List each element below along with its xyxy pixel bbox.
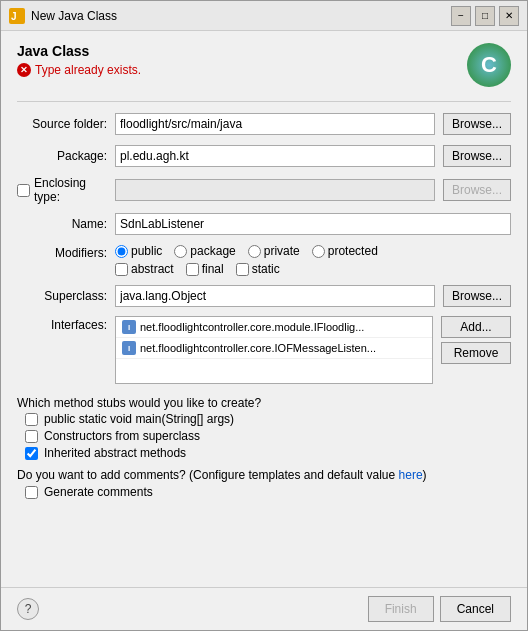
- interface-item-text: net.floodlightcontroller.core.module.IFl…: [140, 321, 364, 333]
- package-label: Package:: [17, 149, 107, 163]
- stub-inherited-label: Inherited abstract methods: [44, 446, 186, 460]
- comments-question-text: Do you want to add comments? (Configure …: [17, 468, 399, 482]
- title-bar-left: J New Java Class: [9, 8, 117, 24]
- title-controls: − □ ✕: [451, 6, 519, 26]
- minimize-button[interactable]: −: [451, 6, 471, 26]
- name-input[interactable]: [115, 213, 511, 235]
- modifier-package[interactable]: package: [174, 244, 235, 258]
- modifier-public[interactable]: public: [115, 244, 162, 258]
- modifiers-row: Modifiers: public package private: [17, 244, 511, 276]
- modifiers-label: Modifiers:: [17, 244, 107, 260]
- superclass-label: Superclass:: [17, 289, 107, 303]
- modifier-checkbox-group: abstract final static: [115, 262, 378, 276]
- modifier-final[interactable]: final: [186, 262, 224, 276]
- remove-interface-button[interactable]: Remove: [441, 342, 511, 364]
- comments-question: Do you want to add comments? (Configure …: [17, 468, 511, 482]
- footer-buttons: Finish Cancel: [368, 596, 511, 622]
- source-folder-input[interactable]: [115, 113, 435, 135]
- source-folder-browse-button[interactable]: Browse...: [443, 113, 511, 135]
- svg-text:J: J: [11, 11, 17, 22]
- package-row: Package: Browse...: [17, 144, 511, 168]
- interface-item-text: net.floodlightcontroller.core.IOFMessage…: [140, 342, 376, 354]
- error-row: ✕ Type already exists.: [17, 63, 141, 77]
- header-title: Java Class: [17, 43, 141, 59]
- modifier-abstract[interactable]: abstract: [115, 262, 174, 276]
- dialog-content: Java Class ✕ Type already exists. C Sour…: [1, 31, 527, 587]
- stub-options: public static void main(String[] args) C…: [25, 412, 511, 460]
- new-java-class-dialog: J New Java Class − □ ✕ Java Class ✕ Type…: [0, 0, 528, 631]
- superclass-row: Superclass: Browse...: [17, 284, 511, 308]
- enclosing-type-input[interactable]: [115, 179, 435, 201]
- list-item[interactable]: I net.floodlightcontroller.core.module.I…: [116, 317, 432, 338]
- footer-left: ?: [17, 598, 39, 620]
- header-left: Java Class ✕ Type already exists.: [17, 43, 141, 77]
- stub-inherited[interactable]: Inherited abstract methods: [25, 446, 511, 460]
- stub-constructors-label: Constructors from superclass: [44, 429, 200, 443]
- eclipse-logo: C: [467, 43, 511, 87]
- interfaces-buttons: Add... Remove: [441, 316, 511, 364]
- generate-comments-label: Generate comments: [44, 485, 153, 499]
- close-button[interactable]: ✕: [499, 6, 519, 26]
- stub-constructors[interactable]: Constructors from superclass: [25, 429, 511, 443]
- interfaces-label: Interfaces:: [17, 316, 107, 332]
- superclass-browse-button[interactable]: Browse...: [443, 285, 511, 307]
- modifier-static[interactable]: static: [236, 262, 280, 276]
- modifier-radio-group: public package private protected: [115, 244, 378, 258]
- error-icon: ✕: [17, 63, 31, 77]
- header-section: Java Class ✕ Type already exists. C: [17, 43, 511, 87]
- comments-here-link[interactable]: here: [399, 468, 423, 482]
- enclosing-type-checkbox[interactable]: [17, 184, 30, 197]
- interfaces-section: Interfaces: I net.floodlightcontroller.c…: [17, 316, 511, 384]
- method-stubs-section: Which method stubs would you like to cre…: [17, 392, 511, 460]
- interface-icon: I: [122, 341, 136, 355]
- comments-section: Do you want to add comments? (Configure …: [17, 468, 511, 499]
- dialog-title: New Java Class: [31, 9, 117, 23]
- modifiers-section: public package private protected: [115, 244, 378, 276]
- stub-main[interactable]: public static void main(String[] args): [25, 412, 511, 426]
- title-bar: J New Java Class − □ ✕: [1, 1, 527, 31]
- method-stubs-question: Which method stubs would you like to cre…: [17, 396, 511, 410]
- stub-main-label: public static void main(String[] args): [44, 412, 234, 426]
- enclosing-type-label: Enclosing type:: [34, 176, 107, 204]
- dialog-footer: ? Finish Cancel: [1, 587, 527, 630]
- list-item[interactable]: I net.floodlightcontroller.core.IOFMessa…: [116, 338, 432, 359]
- package-input[interactable]: [115, 145, 435, 167]
- cancel-button[interactable]: Cancel: [440, 596, 511, 622]
- header-divider: [17, 101, 511, 102]
- superclass-input[interactable]: [115, 285, 435, 307]
- generate-comments[interactable]: Generate comments: [25, 485, 511, 499]
- enclosing-type-browse-button[interactable]: Browse...: [443, 179, 511, 201]
- package-browse-button[interactable]: Browse...: [443, 145, 511, 167]
- source-folder-row: Source folder: Browse...: [17, 112, 511, 136]
- name-row: Name:: [17, 212, 511, 236]
- error-text: Type already exists.: [35, 63, 141, 77]
- finish-button[interactable]: Finish: [368, 596, 434, 622]
- interface-icon: I: [122, 320, 136, 334]
- maximize-button[interactable]: □: [475, 6, 495, 26]
- help-button[interactable]: ?: [17, 598, 39, 620]
- java-class-icon: J: [9, 8, 25, 24]
- enclosing-type-row: Enclosing type: Browse...: [17, 176, 511, 204]
- name-label: Name:: [17, 217, 107, 231]
- interfaces-list[interactable]: I net.floodlightcontroller.core.module.I…: [115, 316, 433, 384]
- source-folder-label: Source folder:: [17, 117, 107, 131]
- modifier-protected[interactable]: protected: [312, 244, 378, 258]
- add-interface-button[interactable]: Add...: [441, 316, 511, 338]
- modifier-private[interactable]: private: [248, 244, 300, 258]
